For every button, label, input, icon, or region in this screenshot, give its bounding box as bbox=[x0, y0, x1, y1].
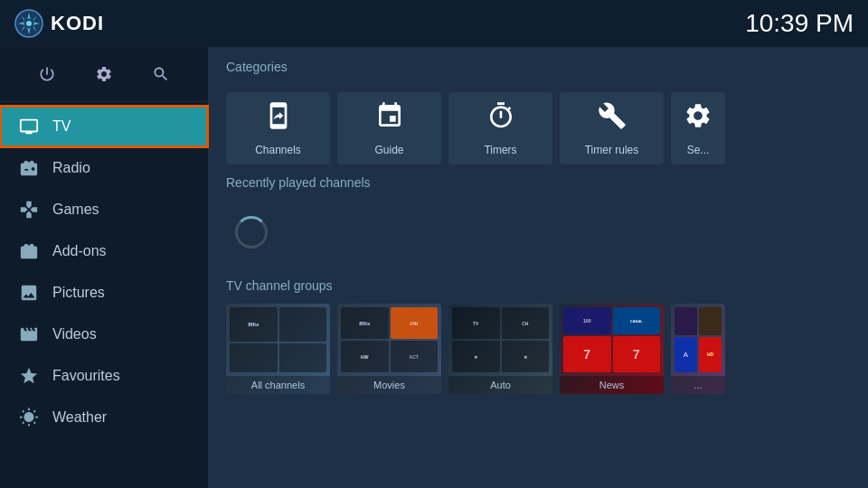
gear-icon bbox=[684, 101, 712, 136]
logo-canal: CANAL bbox=[613, 307, 661, 334]
auto-thumbnail: TV CH ★ ★ bbox=[448, 304, 552, 376]
group-news[interactable]: 100 CANAL 7 7 News bbox=[560, 304, 664, 394]
main-layout: TV Radio Games bbox=[0, 47, 868, 488]
weather-label: Weather bbox=[52, 409, 107, 426]
pictures-icon bbox=[18, 282, 40, 304]
sidebar-item-favourites[interactable]: Favourites bbox=[0, 355, 208, 397]
guide-label: Guide bbox=[374, 144, 403, 156]
addons-label: Add-ons bbox=[52, 243, 107, 259]
all-channels-thumbnail: 8flix bbox=[226, 304, 330, 376]
movies-thumbnail: 8flix 24H HW ACT bbox=[337, 304, 441, 376]
logo-auto3: ★ bbox=[452, 341, 500, 372]
sidebar-item-radio[interactable]: Radio bbox=[0, 147, 208, 189]
search-icon bbox=[152, 65, 170, 83]
news-thumbnail: 100 CANAL 7 7 bbox=[560, 304, 664, 376]
sidebar-item-games[interactable]: Games bbox=[0, 189, 208, 230]
logo-24h: 24H bbox=[391, 307, 439, 339]
stopwatch-icon bbox=[486, 101, 515, 136]
favourites-icon bbox=[18, 365, 40, 387]
logo-8flix2: 8flix bbox=[341, 307, 389, 339]
group-extra[interactable]: A HD ... bbox=[671, 304, 725, 394]
logo-ex3: A bbox=[675, 337, 697, 373]
favourites-label: Favourites bbox=[52, 368, 120, 384]
wrench-icon bbox=[598, 101, 627, 136]
sidebar-icon-row bbox=[0, 47, 208, 102]
settings-button[interactable] bbox=[88, 58, 120, 90]
groups-title: TV channel groups bbox=[226, 278, 850, 293]
app-name: KODI bbox=[51, 12, 104, 35]
movies-label: Movies bbox=[337, 376, 441, 394]
logo-3 bbox=[279, 343, 327, 372]
tv-icon bbox=[18, 116, 40, 137]
radio-icon bbox=[18, 157, 40, 179]
remote-icon bbox=[264, 101, 293, 136]
logo-act: ACT bbox=[391, 341, 439, 372]
sidebar-item-tv[interactable]: TV bbox=[0, 106, 208, 147]
logo-7b: 7 bbox=[613, 336, 661, 372]
group-auto[interactable]: TV CH ★ ★ Auto bbox=[448, 304, 552, 394]
sidebar-item-addons[interactable]: Add-ons bbox=[0, 230, 208, 272]
category-guide[interactable]: Guide bbox=[337, 92, 441, 164]
recently-section: Recently played channels bbox=[208, 164, 868, 269]
search-button[interactable] bbox=[145, 58, 177, 90]
category-settings[interactable]: Se... bbox=[671, 92, 725, 164]
group-all-channels[interactable]: 8flix All channels bbox=[226, 304, 330, 394]
videos-label: Videos bbox=[52, 326, 97, 343]
auto-label: Auto bbox=[448, 376, 552, 394]
categories-section: Categories bbox=[208, 47, 868, 92]
groups-section: TV channel groups 8flix All channels bbox=[208, 269, 868, 488]
timers-label: Timers bbox=[484, 144, 516, 156]
games-icon bbox=[18, 199, 40, 221]
logo-100tv: 100 bbox=[563, 307, 611, 334]
logo-ex4: HD bbox=[699, 337, 722, 373]
news-label: News bbox=[560, 376, 664, 394]
weather-icon bbox=[18, 407, 40, 428]
logo-area: KODI bbox=[14, 9, 104, 38]
all-channels-label: All channels bbox=[226, 376, 330, 394]
logo-auto4: ★ bbox=[502, 341, 550, 372]
recently-title: Recently played channels bbox=[226, 175, 850, 190]
extra-label: ... bbox=[671, 376, 725, 394]
categories-row: Channels Guide Timers bbox=[208, 92, 868, 164]
sidebar-item-videos[interactable]: Videos bbox=[0, 314, 208, 355]
videos-icon bbox=[18, 324, 40, 345]
timer-rules-label: Timer rules bbox=[585, 144, 639, 156]
logo-8flix: 8flix bbox=[230, 307, 278, 342]
channels-label: Channels bbox=[255, 144, 301, 156]
games-label: Games bbox=[52, 202, 99, 218]
logo-2 bbox=[230, 343, 278, 372]
category-channels[interactable]: Channels bbox=[226, 92, 330, 164]
logo-auto1: TV bbox=[452, 307, 500, 339]
power-button[interactable] bbox=[31, 58, 63, 90]
clock-display: 10:39 PM bbox=[745, 9, 854, 38]
extra-thumbnail: A HD bbox=[671, 304, 725, 376]
addons-icon bbox=[18, 240, 40, 262]
category-timers[interactable]: Timers bbox=[448, 92, 552, 164]
sidebar: TV Radio Games bbox=[0, 47, 208, 488]
loading-spinner bbox=[235, 216, 268, 249]
recently-content bbox=[226, 201, 850, 264]
logo-auto2: CH bbox=[502, 307, 550, 339]
groups-row: 8flix All channels 8flix 24H bbox=[226, 304, 850, 394]
group-movies[interactable]: 8flix 24H HW ACT Movies bbox=[337, 304, 441, 394]
sidebar-nav: TV Radio Games bbox=[0, 102, 208, 488]
radio-label: Radio bbox=[52, 160, 90, 176]
settings-label: Se... bbox=[687, 144, 710, 156]
calendar-icon bbox=[375, 101, 404, 136]
power-icon bbox=[38, 65, 56, 83]
category-timer-rules[interactable]: Timer rules bbox=[560, 92, 664, 164]
pictures-label: Pictures bbox=[52, 285, 105, 301]
sidebar-item-pictures[interactable]: Pictures bbox=[0, 272, 208, 314]
categories-title: Categories bbox=[226, 60, 850, 74]
logo-7: 7 bbox=[563, 336, 611, 372]
logo-ex2 bbox=[699, 307, 722, 335]
content-area: Categories Channels Guide bbox=[208, 47, 868, 488]
settings-icon bbox=[95, 65, 113, 83]
tv-label: TV bbox=[52, 118, 71, 135]
logo-ex1 bbox=[675, 307, 697, 335]
logo-1 bbox=[279, 307, 327, 342]
svg-point-9 bbox=[26, 21, 32, 26]
kodi-logo-icon bbox=[14, 9, 43, 38]
top-bar: KODI 10:39 PM bbox=[0, 0, 868, 47]
sidebar-item-weather[interactable]: Weather bbox=[0, 397, 208, 438]
